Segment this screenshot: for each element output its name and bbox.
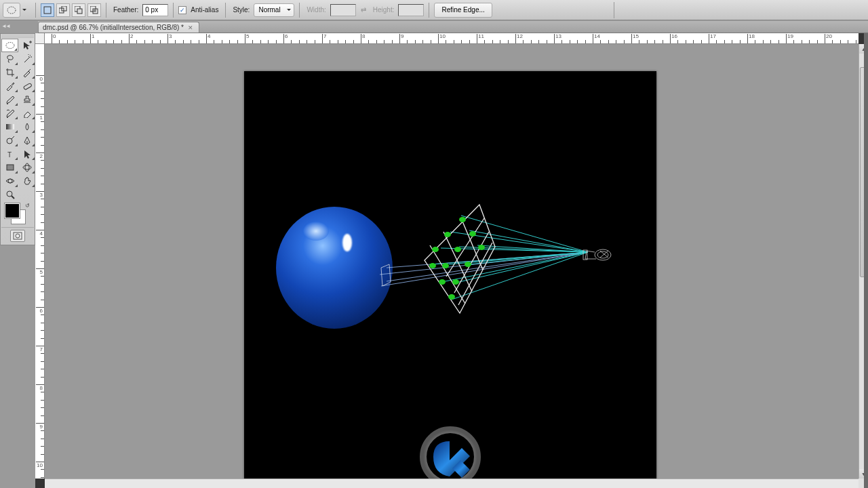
svg-rect-1	[44, 7, 51, 14]
brush-tool[interactable]	[1, 93, 18, 106]
svg-point-53	[429, 263, 436, 268]
selection-mode-add[interactable]	[56, 3, 70, 17]
height-label: Height:	[373, 6, 395, 14]
history-brush-tool[interactable]	[1, 106, 18, 120]
svg-point-9	[6, 43, 14, 49]
svg-point-15	[23, 165, 31, 169]
quickmask-icon	[13, 232, 22, 240]
hand-tool[interactable]	[18, 174, 35, 188]
right-panel-dock[interactable]	[864, 33, 868, 488]
divider	[614, 2, 614, 18]
3d-camera-tool[interactable]	[1, 174, 18, 188]
swap-colors-icon[interactable]: ↺	[25, 203, 30, 209]
svg-point-45	[469, 231, 476, 237]
blur-tool[interactable]	[18, 120, 35, 134]
width-input	[330, 4, 356, 16]
crop-icon	[5, 68, 15, 77]
ruler-horizontal[interactable]: 012345678910111213141516171819202122	[45, 33, 859, 44]
feather-input[interactable]	[142, 4, 168, 16]
svg-point-52	[452, 279, 459, 285]
rotate3d-icon	[22, 163, 32, 172]
quickmask-button[interactable]	[10, 230, 25, 242]
eyedropper-icon	[5, 81, 15, 91]
feather-label: Feather:	[113, 6, 138, 14]
lasso-tool[interactable]	[1, 52, 18, 66]
marquee-ellipse-icon	[5, 41, 15, 49]
default-colors-icon[interactable]	[4, 220, 9, 226]
height-input	[398, 4, 424, 16]
foreground-color-swatch[interactable]	[5, 203, 20, 218]
close-icon[interactable]: ✕	[188, 24, 195, 31]
ruler-origin[interactable]	[35, 33, 45, 44]
selection-mode-subtract[interactable]	[72, 3, 85, 17]
canvas-area: 012345678910111213141516171819202122 012…	[35, 33, 868, 488]
marquee-ellipse-icon	[7, 5, 16, 15]
divider	[299, 3, 300, 18]
stamp-tool[interactable]	[18, 93, 35, 106]
style-select[interactable]: Normal	[254, 3, 294, 17]
document-canvas[interactable]	[244, 71, 656, 485]
svg-point-54	[439, 279, 446, 285]
svg-point-46	[478, 245, 485, 250]
options-bar: Feather: Anti-alias Style: Normal Width:…	[0, 0, 868, 20]
dodge-tool[interactable]	[1, 134, 18, 147]
pen-icon	[22, 136, 32, 145]
selection-mode-new[interactable]	[41, 3, 54, 17]
move-icon	[22, 41, 32, 50]
zoom-icon	[5, 190, 15, 199]
divider	[225, 3, 226, 18]
refine-edge-button[interactable]: Refine Edge...	[434, 3, 492, 18]
type-tool[interactable]: T	[1, 147, 18, 161]
stamp-icon	[22, 95, 32, 104]
rect-intersect-icon	[90, 6, 98, 14]
history-brush-icon	[5, 108, 15, 118]
orbit-icon	[5, 176, 15, 186]
canvas-art-sphere	[276, 207, 393, 329]
gradient-tool[interactable]	[1, 120, 18, 134]
swap-wh-icon: ⇄	[358, 5, 369, 16]
divider	[35, 3, 36, 18]
pasteboard[interactable]	[45, 44, 859, 479]
zoom-tool[interactable]	[1, 188, 18, 201]
quickmask-row	[1, 227, 34, 244]
arrow-icon	[22, 149, 32, 159]
droplet-icon	[22, 122, 32, 131]
tool-grid: T	[1, 39, 34, 201]
svg-point-51	[442, 263, 449, 268]
crop-tool[interactable]	[1, 66, 18, 79]
shape-tool[interactable]	[1, 161, 18, 174]
canvas-art-grid	[422, 203, 493, 315]
antialias-checkbox[interactable]	[178, 6, 186, 14]
svg-rect-11	[6, 124, 14, 129]
ruler-vertical[interactable]: 0123456789101112	[35, 44, 45, 479]
document-tab[interactable]: dmc.psd @ 66.7% (initialIntersection, RG…	[38, 22, 199, 33]
move-tool[interactable]	[18, 39, 35, 52]
knife-icon	[22, 68, 32, 77]
pen-tool[interactable]	[18, 134, 35, 147]
svg-point-48	[454, 247, 461, 252]
divider	[173, 3, 174, 18]
svg-point-16	[25, 163, 29, 171]
wand-icon	[22, 54, 32, 64]
type-icon: T	[5, 149, 15, 159]
svg-point-57	[595, 249, 611, 260]
quick-select-tool[interactable]	[18, 52, 35, 66]
marquee-tool[interactable]	[1, 39, 18, 52]
style-value: Normal	[258, 6, 280, 14]
selection-mode-intersect[interactable]	[87, 3, 101, 17]
scrollbar-horizontal[interactable]	[45, 479, 859, 488]
eyedropper-tool[interactable]	[1, 79, 18, 93]
svg-line-23	[387, 252, 588, 281]
svg-point-50	[432, 247, 439, 252]
path-select-tool[interactable]	[18, 147, 35, 161]
healing-tool[interactable]	[18, 79, 35, 93]
3d-tool[interactable]	[18, 161, 35, 174]
panel-collapse-handle[interactable]: ◄◄	[1, 23, 9, 29]
svg-rect-5	[77, 9, 82, 14]
eraser-tool[interactable]	[18, 106, 35, 120]
current-tool-indicator[interactable]	[3, 3, 20, 18]
svg-point-49	[465, 262, 471, 267]
slice-tool[interactable]	[18, 66, 35, 79]
document-tab-bar: dmc.psd @ 66.7% (initialIntersection, RG…	[38, 21, 868, 33]
canvas-art-logo	[420, 426, 481, 485]
